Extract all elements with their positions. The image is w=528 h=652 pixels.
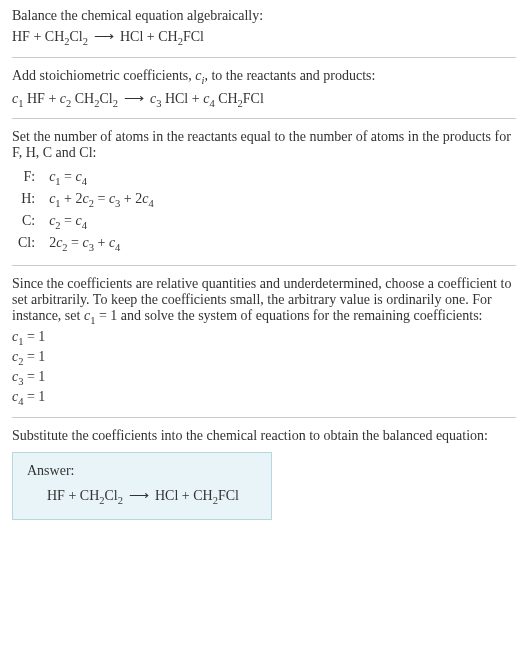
atom-eq-h: c1 + 2c2 = c3 + 2c4	[43, 189, 160, 211]
atom-eq-cl: 2c2 = c3 + c4	[43, 233, 160, 255]
product-1: HCl	[120, 29, 143, 44]
atoms-text: Set the number of atoms in the reactants…	[12, 129, 516, 161]
solve-text: Since the coefficients are relative quan…	[12, 276, 516, 326]
arrow-icon: ⟶	[118, 91, 150, 106]
atom-label-c: C:	[12, 211, 43, 233]
table-row: F: c1 = c4	[12, 167, 160, 189]
atom-eq-c: c2 = c4	[43, 211, 160, 233]
divider	[12, 417, 516, 418]
divider	[12, 57, 516, 58]
answer-box: Answer: HF + CH2Cl2⟶HCl + CH2FCl	[12, 452, 272, 521]
atom-label-f: F:	[12, 167, 43, 189]
atom-label-h: H:	[12, 189, 43, 211]
stoich-text: Add stoichiometric coefficients, ci, to …	[12, 68, 516, 86]
stoich-section: Add stoichiometric coefficients, ci, to …	[12, 68, 516, 109]
substitute-section: Substitute the coefficients into the che…	[12, 428, 516, 521]
answer-label: Answer:	[27, 463, 257, 479]
stoich-equation: c1 HF + c2 CH2Cl2⟶c3 HCl + c4 CH2FCl	[12, 90, 516, 109]
atoms-section: Set the number of atoms in the reactants…	[12, 129, 516, 254]
table-row: C: c2 = c4	[12, 211, 160, 233]
atom-equations-table: F: c1 = c4 H: c1 + 2c2 = c3 + 2c4 C: c2 …	[12, 167, 160, 254]
intro-section: Balance the chemical equation algebraica…	[12, 8, 516, 47]
reactant-1: HF	[12, 29, 30, 44]
atom-eq-f: c1 = c4	[43, 167, 160, 189]
substitute-text: Substitute the coefficients into the che…	[12, 428, 516, 444]
intro-text: Balance the chemical equation algebraica…	[12, 8, 516, 24]
solve-section: Since the coefficients are relative quan…	[12, 276, 516, 407]
coefficient-list: c1 = 1 c2 = 1 c3 = 1 c4 = 1	[12, 329, 516, 406]
atom-label-cl: Cl:	[12, 233, 43, 255]
coef-c2: c2 = 1	[12, 349, 516, 367]
arrow-icon: ⟶	[88, 29, 120, 44]
coef-c4: c4 = 1	[12, 389, 516, 407]
coef-c1: c1 = 1	[12, 329, 516, 347]
unbalanced-equation: HF + CH2Cl2⟶HCl + CH2FCl	[12, 28, 516, 47]
divider	[12, 118, 516, 119]
table-row: Cl: 2c2 = c3 + c4	[12, 233, 160, 255]
balanced-equation: HF + CH2Cl2⟶HCl + CH2FCl	[27, 487, 257, 506]
table-row: H: c1 + 2c2 = c3 + 2c4	[12, 189, 160, 211]
arrow-icon: ⟶	[123, 488, 155, 503]
coef-c3: c3 = 1	[12, 369, 516, 387]
divider	[12, 265, 516, 266]
